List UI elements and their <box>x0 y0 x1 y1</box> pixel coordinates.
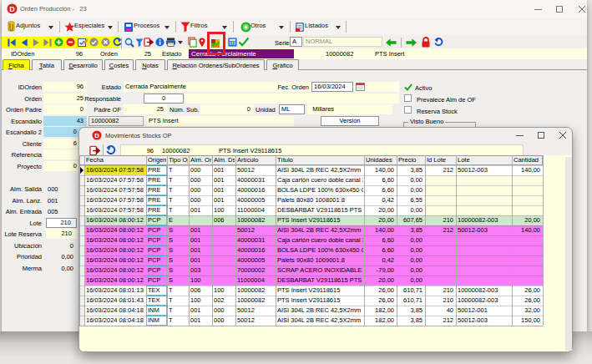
svg-text:D: D <box>9 5 15 13</box>
svg-text:D: D <box>94 132 99 139</box>
